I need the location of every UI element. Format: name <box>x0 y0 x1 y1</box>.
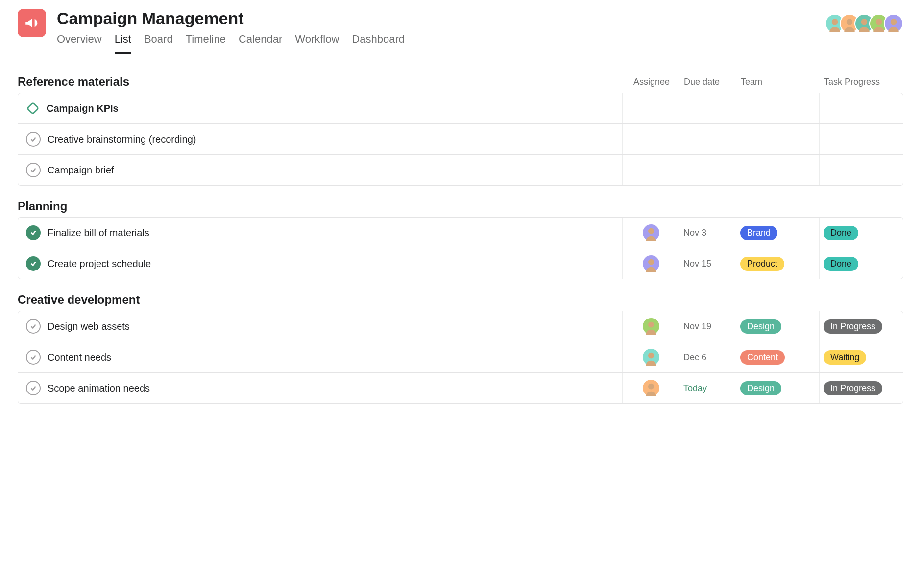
section-title[interactable]: Planning <box>18 199 903 213</box>
collaborator-avatar[interactable] <box>884 14 903 33</box>
progress-tag: Done <box>824 257 858 271</box>
milestone-icon <box>26 101 40 115</box>
project-title: Campaign Management <box>57 9 903 28</box>
assignee-cell[interactable] <box>623 124 679 154</box>
team-cell[interactable]: Design <box>736 373 820 403</box>
task-name[interactable]: Finalize bill of materials <box>48 227 149 239</box>
megaphone-icon <box>18 9 46 37</box>
section-header: Creative development <box>18 293 903 307</box>
tab-board[interactable]: Board <box>144 33 173 54</box>
svg-point-2 <box>861 19 868 25</box>
progress-cell[interactable]: In Progress <box>820 381 903 395</box>
due-cell[interactable] <box>679 155 736 185</box>
progress-tag: Waiting <box>824 350 866 365</box>
complete-toggle[interactable] <box>26 381 41 395</box>
complete-toggle[interactable] <box>26 256 41 271</box>
due-cell[interactable] <box>679 93 736 123</box>
table-row[interactable]: Campaign brief <box>18 155 903 185</box>
complete-toggle[interactable] <box>26 319 41 334</box>
team-tag: Brand <box>740 226 777 240</box>
task-name[interactable]: Design web assets <box>48 321 130 332</box>
header-center: Campaign Management OverviewListBoardTim… <box>57 9 903 54</box>
assignee-cell[interactable] <box>623 311 679 342</box>
complete-toggle[interactable] <box>26 163 41 177</box>
due-cell[interactable] <box>679 124 736 154</box>
assignee-avatar[interactable] <box>643 224 659 241</box>
task-cell[interactable]: Finalize bill of materials <box>18 218 623 248</box>
task-rows: Campaign KPIsCreative brainstorming (rec… <box>18 93 903 186</box>
progress-cell[interactable]: Done <box>820 257 903 271</box>
col-assignee: Assignee <box>623 77 680 87</box>
complete-toggle[interactable] <box>26 350 41 365</box>
progress-cell[interactable]: In Progress <box>820 319 903 334</box>
tab-list[interactable]: List <box>115 33 131 54</box>
assignee-avatar[interactable] <box>643 318 659 335</box>
table-row[interactable]: Campaign KPIs <box>18 93 903 124</box>
task-cell[interactable]: Campaign brief <box>18 155 623 185</box>
due-cell[interactable]: Nov 19 <box>679 311 736 342</box>
assignee-cell[interactable] <box>623 218 679 248</box>
due-cell[interactable]: Nov 3 <box>679 218 736 248</box>
due-cell[interactable]: Today <box>679 373 736 403</box>
collaborators[interactable] <box>825 14 903 33</box>
task-name[interactable]: Campaign KPIs <box>47 103 119 114</box>
assignee-cell[interactable] <box>623 342 679 372</box>
task-name[interactable]: Campaign brief <box>48 165 114 176</box>
team-tag: Design <box>740 381 781 395</box>
col-team: Team <box>737 77 820 87</box>
task-name[interactable]: Scope animation needs <box>48 383 150 394</box>
svg-point-1 <box>847 19 853 25</box>
tab-calendar[interactable]: Calendar <box>239 33 282 54</box>
task-name[interactable]: Creative brainstorming (recording) <box>48 134 196 145</box>
team-cell[interactable] <box>736 93 820 123</box>
section-title[interactable]: Creative development <box>18 293 903 307</box>
assignee-cell[interactable] <box>623 155 679 185</box>
tab-timeline[interactable]: Timeline <box>186 33 226 54</box>
team-cell[interactable] <box>736 155 820 185</box>
task-cell[interactable]: Create project schedule <box>18 248 623 279</box>
complete-toggle[interactable] <box>26 225 41 240</box>
task-cell[interactable]: Content needs <box>18 342 623 372</box>
task-rows: Finalize bill of materialsNov 3BrandDone… <box>18 217 903 279</box>
assignee-cell[interactable] <box>623 373 679 403</box>
section-header: Reference materialsAssigneeDue dateTeamT… <box>18 75 903 89</box>
task-cell[interactable]: Scope animation needs <box>18 373 623 403</box>
assignee-avatar[interactable] <box>643 349 659 366</box>
assignee-avatar[interactable] <box>643 380 659 396</box>
progress-tag: In Progress <box>824 319 882 334</box>
assignee-cell[interactable] <box>623 93 679 123</box>
assignee-avatar[interactable] <box>643 255 659 272</box>
svg-point-10 <box>648 384 654 390</box>
complete-toggle[interactable] <box>26 132 41 147</box>
svg-point-8 <box>648 322 654 328</box>
team-cell[interactable]: Design <box>736 311 820 342</box>
table-row[interactable]: Finalize bill of materialsNov 3BrandDone <box>18 218 903 248</box>
tabs: OverviewListBoardTimelineCalendarWorkflo… <box>57 33 903 54</box>
due-cell[interactable]: Nov 15 <box>679 248 736 279</box>
progress-cell[interactable]: Done <box>820 226 903 240</box>
task-name[interactable]: Create project schedule <box>48 258 151 270</box>
progress-cell[interactable]: Waiting <box>820 350 903 365</box>
table-row[interactable]: Creative brainstorming (recording) <box>18 124 903 155</box>
progress-tag: Done <box>824 226 858 240</box>
due-cell[interactable]: Dec 6 <box>679 342 736 372</box>
table-row[interactable]: Scope animation needsTodayDesignIn Progr… <box>18 373 903 403</box>
tab-overview[interactable]: Overview <box>57 33 102 54</box>
tab-dashboard[interactable]: Dashboard <box>352 33 405 54</box>
team-cell[interactable] <box>736 124 820 154</box>
task-name[interactable]: Content needs <box>48 352 111 363</box>
task-list: Reference materialsAssigneeDue dateTeamT… <box>0 54 921 431</box>
team-cell[interactable]: Brand <box>736 218 820 248</box>
task-cell[interactable]: Creative brainstorming (recording) <box>18 124 623 154</box>
team-cell[interactable]: Content <box>736 342 820 372</box>
team-cell[interactable]: Product <box>736 248 820 279</box>
section-title[interactable]: Reference materials <box>18 75 623 89</box>
task-cell[interactable]: Campaign KPIs <box>18 93 623 123</box>
assignee-cell[interactable] <box>623 248 679 279</box>
svg-point-3 <box>876 19 882 25</box>
table-row[interactable]: Create project scheduleNov 15ProductDone <box>18 248 903 279</box>
table-row[interactable]: Content needsDec 6ContentWaiting <box>18 342 903 373</box>
task-cell[interactable]: Design web assets <box>18 311 623 342</box>
tab-workflow[interactable]: Workflow <box>295 33 339 54</box>
table-row[interactable]: Design web assetsNov 19DesignIn Progress <box>18 311 903 342</box>
